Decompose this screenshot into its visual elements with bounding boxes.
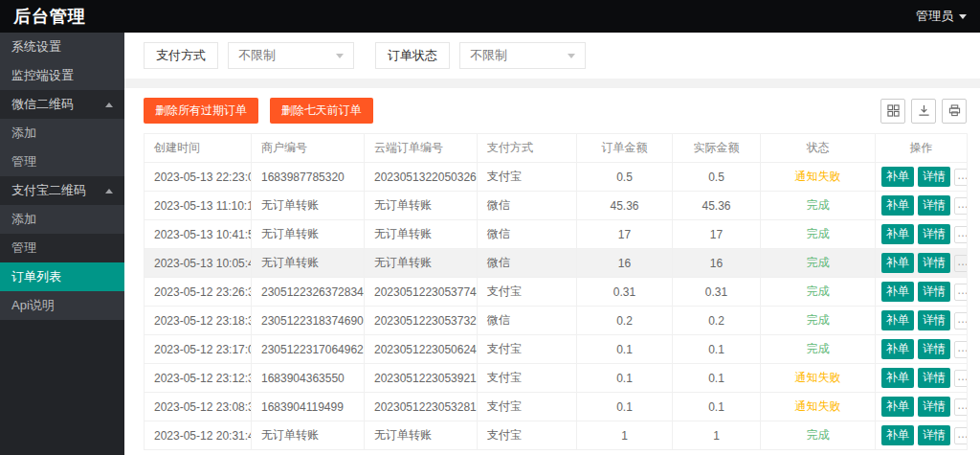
user-name: 管理员 — [916, 8, 953, 25]
table-cell: 0.1 — [577, 364, 673, 393]
table-cell-status: 完成 — [761, 220, 876, 249]
table-cell-status: 完成 — [761, 278, 876, 307]
order-status-select[interactable]: 不限制 — [459, 42, 586, 69]
table-row: 2023-05-12 23:18:37230512231837469065920… — [145, 307, 968, 335]
sidebar-item-label: 管理 — [11, 234, 36, 262]
sidebar-item-订单列表[interactable]: 订单列表 — [0, 262, 124, 291]
sidebar-item-label: 添加 — [11, 119, 36, 148]
more-actions-button[interactable]: … — [954, 427, 968, 444]
sidebar-item-管理[interactable]: 管理 — [0, 148, 124, 176]
table-cell: 0.2 — [577, 307, 673, 335]
table-cell-status: 完成 — [761, 307, 876, 335]
more-actions-button[interactable]: … — [954, 255, 968, 272]
status-text: 完成 — [807, 428, 830, 442]
reissue-order-button[interactable]: 补单 — [881, 339, 914, 359]
chevron-down-icon — [336, 54, 344, 58]
pay-method-select[interactable]: 不限制 — [228, 42, 354, 69]
more-actions-button[interactable]: … — [954, 169, 968, 186]
more-actions-button[interactable]: … — [954, 197, 968, 215]
table-cell: 支付宝 — [478, 364, 577, 393]
table-cell-actions: 补单详情… — [876, 307, 968, 335]
sidebar-item-添加[interactable]: 添加 — [0, 119, 124, 148]
sidebar-item-微信二维码[interactable]: 微信二维码 — [0, 90, 124, 119]
sidebar-item-添加[interactable]: 添加 — [0, 205, 124, 234]
table-cell-status: 完成 — [761, 335, 876, 364]
order-status-value: 不限制 — [470, 47, 507, 64]
reissue-order-button[interactable]: 补单 — [881, 368, 914, 388]
order-detail-button[interactable]: 详情 — [918, 425, 950, 445]
status-text: 完成 — [807, 342, 830, 355]
main-content: 支付方式 不限制 订单状态 不限制 删除所有过期订单 删除七天前订单 — [124, 33, 980, 455]
sidebar-item-管理[interactable]: 管理 — [0, 234, 124, 262]
table-row: 2023-05-12 23:12:39168390436355020230512… — [145, 364, 968, 393]
table-cell: 16 — [577, 249, 673, 278]
table-cell: 202305122305328133 — [365, 393, 478, 421]
reissue-order-button[interactable]: 补单 — [881, 195, 914, 216]
sidebar: 系统设置监控端设置微信二维码添加管理支付宝二维码添加管理订单列表Api说明 — [0, 33, 124, 455]
order-detail-button[interactable]: 详情 — [918, 397, 950, 417]
order-detail-button[interactable]: 详情 — [918, 224, 950, 244]
reissue-order-button[interactable]: 补单 — [881, 253, 914, 273]
table-cell: 2305122326372834430 — [252, 278, 365, 307]
toolbar-icons — [880, 99, 967, 124]
sidebar-item-系统设置[interactable]: 系统设置 — [0, 33, 124, 61]
order-status-filter-label: 订单状态 — [375, 42, 450, 69]
reissue-order-button[interactable]: 补单 — [881, 167, 914, 187]
collapse-arrow-icon — [105, 189, 113, 193]
sidebar-item-label: 支付宝二维码 — [11, 176, 86, 205]
table-cell: 微信 — [478, 307, 577, 335]
table-cell: 0.1 — [577, 335, 673, 364]
column-header: 操作 — [876, 134, 968, 163]
download-icon — [918, 104, 930, 117]
collapse-arrow-icon — [105, 102, 113, 107]
reissue-order-button[interactable]: 补单 — [881, 282, 914, 302]
order-detail-button[interactable]: 详情 — [918, 253, 950, 273]
more-actions-button[interactable]: … — [954, 284, 968, 301]
delete-week-old-orders-button[interactable]: 删除七天前订单 — [270, 98, 373, 124]
table-cell: 2023-05-12 23:26:37 — [145, 278, 252, 307]
delete-expired-orders-button[interactable]: 删除所有过期订单 — [144, 98, 258, 124]
table-cell: 0.31 — [673, 278, 761, 307]
toolbar-buttons: 删除所有过期订单 删除七天前订单 — [144, 98, 381, 124]
order-detail-button[interactable]: 详情 — [918, 310, 950, 330]
table-row: 2023-05-13 11:10:17无订单转账无订单转账微信45.3645.3… — [145, 192, 968, 220]
layout-grid-button[interactable] — [880, 99, 905, 124]
column-header: 商户编号 — [252, 134, 365, 163]
more-actions-button[interactable]: … — [954, 341, 968, 358]
table-cell: 202305122305392136 — [365, 364, 478, 393]
reissue-order-button[interactable]: 补单 — [881, 224, 914, 244]
user-menu[interactable]: 管理员 — [916, 8, 967, 25]
more-actions-button[interactable]: … — [954, 226, 968, 243]
order-detail-button[interactable]: 详情 — [918, 167, 950, 187]
print-button[interactable] — [942, 99, 967, 124]
table-cell: 1683904119499 — [252, 393, 365, 421]
order-detail-button[interactable]: 详情 — [918, 339, 950, 359]
table-cell: 支付宝 — [478, 421, 577, 450]
export-button[interactable] — [911, 99, 936, 124]
more-actions-button[interactable]: … — [954, 370, 968, 387]
more-actions-button[interactable]: … — [954, 312, 968, 330]
table-cell: 2023-05-12 23:18:37 — [145, 307, 252, 335]
table-cell-status: 通知失败 — [761, 163, 876, 192]
table-cell: 无订单转账 — [252, 220, 365, 249]
table-cell-status: 完成 — [761, 421, 876, 450]
status-text: 完成 — [807, 227, 830, 240]
order-detail-button[interactable]: 详情 — [918, 195, 950, 216]
sidebar-item-监控端设置[interactable]: 监控端设置 — [0, 61, 124, 90]
reissue-order-button[interactable]: 补单 — [881, 310, 914, 330]
table-cell: 支付宝 — [478, 163, 577, 192]
reissue-order-button[interactable]: 补单 — [881, 425, 914, 445]
table-row: 2023-05-12 23:08:32168390411949920230512… — [145, 393, 968, 421]
table-cell: 无订单转账 — [365, 249, 478, 278]
status-text: 完成 — [807, 313, 830, 327]
more-actions-button[interactable]: … — [954, 398, 968, 416]
sidebar-item-Api说明[interactable]: Api说明 — [0, 291, 124, 320]
sidebar-item-支付宝二维码[interactable]: 支付宝二维码 — [0, 176, 124, 205]
order-detail-button[interactable]: 详情 — [918, 368, 950, 388]
table-cell: 无订单转账 — [252, 192, 365, 220]
reissue-order-button[interactable]: 补单 — [881, 397, 914, 417]
order-detail-button[interactable]: 详情 — [918, 282, 950, 302]
table-cell: 0.1 — [673, 364, 761, 393]
table-cell-actions: 补单详情… — [876, 421, 968, 450]
table-cell: 无订单转账 — [365, 220, 478, 249]
